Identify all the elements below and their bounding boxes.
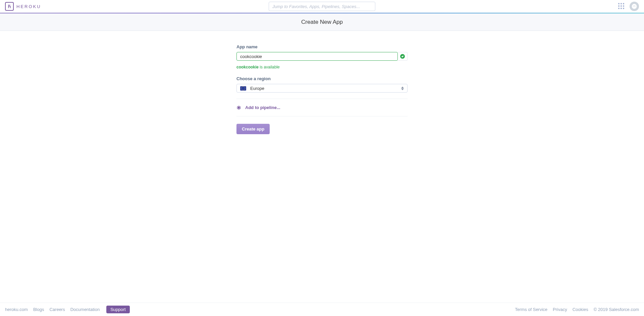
page-title: Create New App [301, 19, 343, 25]
pipeline-label: Add to pipeline... [245, 105, 280, 110]
create-app-button[interactable]: Create app [236, 124, 270, 134]
svg-marker-1 [401, 89, 404, 90]
add-to-pipeline-button[interactable]: Add to pipeline... [236, 105, 408, 110]
page-header: Create New App [0, 13, 644, 31]
app-name-row [236, 52, 408, 61]
region-select[interactable]: Europe [236, 84, 408, 93]
avatar[interactable] [630, 2, 639, 11]
divider [236, 116, 408, 116]
topbar: HEROKU [0, 0, 644, 13]
brand-text: HEROKU [16, 4, 41, 9]
check-circle-icon [400, 54, 405, 59]
availability-message: cookcookie is available [236, 65, 408, 69]
eu-flag-icon [240, 86, 246, 91]
heroku-logo[interactable]: HEROKU [5, 2, 41, 11]
svg-marker-0 [401, 87, 404, 88]
app-name-label: App name [236, 44, 408, 49]
app-name-input[interactable] [236, 52, 398, 61]
select-caret-icon [401, 87, 404, 90]
pipeline-hex-icon [236, 105, 241, 110]
create-app-form: App name cookcookie is available Choose … [236, 44, 408, 134]
ninja-avatar-icon [631, 3, 637, 9]
topbar-right [618, 2, 639, 11]
availability-suffix: is available [259, 65, 280, 69]
heroku-logo-icon [5, 2, 14, 11]
region-value: Europe [250, 86, 264, 91]
region-label: Choose a region [236, 76, 408, 81]
availability-name: cookcookie [236, 65, 259, 69]
divider [236, 99, 408, 99]
global-search [269, 2, 375, 11]
availability-badge [397, 52, 408, 61]
apps-menu-icon[interactable] [618, 3, 625, 10]
search-input[interactable] [269, 2, 375, 11]
